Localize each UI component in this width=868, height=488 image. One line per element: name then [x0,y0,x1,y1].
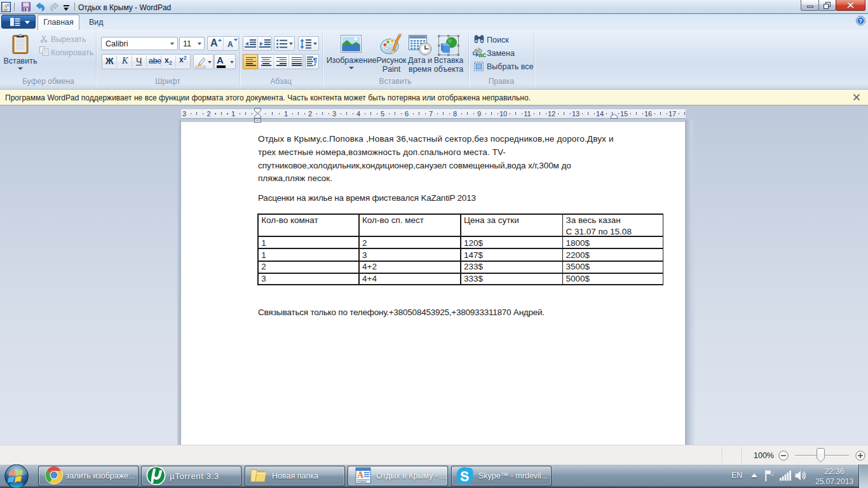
svg-text:A: A [357,470,364,480]
svg-text:?: ? [858,17,862,24]
